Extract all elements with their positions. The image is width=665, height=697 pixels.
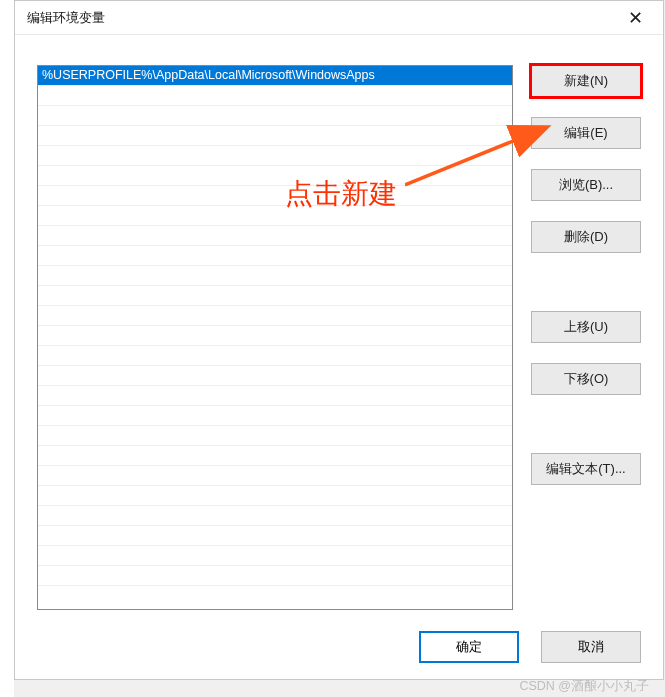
dialog-content: %USERPROFILE%\AppData\Local\Microsoft\Wi… — [15, 35, 663, 679]
main-area: %USERPROFILE%\AppData\Local\Microsoft\Wi… — [37, 65, 641, 610]
background-left-edge — [0, 0, 14, 697]
watermark: CSDN @酒酿小小丸子 — [519, 678, 649, 695]
move-up-button[interactable]: 上移(U) — [531, 311, 641, 343]
list-item-empty[interactable] — [38, 166, 512, 186]
list-item-empty[interactable] — [38, 526, 512, 546]
list-item-empty[interactable] — [38, 486, 512, 506]
list-item-empty[interactable] — [38, 566, 512, 586]
cancel-button[interactable]: 取消 — [541, 631, 641, 663]
new-button[interactable]: 新建(N) — [531, 65, 641, 97]
list-item-empty[interactable] — [38, 286, 512, 306]
list-item-empty[interactable] — [38, 106, 512, 126]
list-item-empty[interactable] — [38, 446, 512, 466]
titlebar: 编辑环境变量 ✕ — [15, 1, 663, 35]
list-item-empty[interactable] — [38, 546, 512, 566]
list-item-empty[interactable] — [38, 146, 512, 166]
list-item-empty[interactable] — [38, 306, 512, 326]
close-button[interactable]: ✕ — [615, 4, 655, 32]
list-item-empty[interactable] — [38, 506, 512, 526]
list-item-empty[interactable] — [38, 406, 512, 426]
window-title: 编辑环境变量 — [27, 9, 615, 27]
list-item-empty[interactable] — [38, 266, 512, 286]
list-item-empty[interactable] — [38, 366, 512, 386]
list-item-empty[interactable] — [38, 126, 512, 146]
edit-text-button[interactable]: 编辑文本(T)... — [531, 453, 641, 485]
list-item-empty[interactable] — [38, 346, 512, 366]
button-column: 新建(N) 编辑(E) 浏览(B)... 删除(D) 上移(U) 下移(O) 编… — [531, 65, 641, 610]
move-down-button[interactable]: 下移(O) — [531, 363, 641, 395]
list-item-empty[interactable] — [38, 246, 512, 266]
edit-button[interactable]: 编辑(E) — [531, 117, 641, 149]
close-icon: ✕ — [628, 7, 643, 29]
list-item-empty[interactable] — [38, 86, 512, 106]
list-item-empty[interactable] — [38, 186, 512, 206]
list-item-empty[interactable] — [38, 206, 512, 226]
list-item-empty[interactable] — [38, 386, 512, 406]
browse-button[interactable]: 浏览(B)... — [531, 169, 641, 201]
ok-button[interactable]: 确定 — [419, 631, 519, 663]
list-item-empty[interactable] — [38, 326, 512, 346]
delete-button[interactable]: 删除(D) — [531, 221, 641, 253]
list-item-empty[interactable] — [38, 426, 512, 446]
list-item-empty[interactable] — [38, 226, 512, 246]
env-var-dialog: 编辑环境变量 ✕ %USERPROFILE%\AppData\Local\Mic… — [14, 0, 664, 680]
list-item-empty[interactable] — [38, 466, 512, 486]
dialog-buttons: 确定 取消 — [419, 631, 641, 663]
list-item[interactable]: %USERPROFILE%\AppData\Local\Microsoft\Wi… — [38, 66, 512, 86]
path-listbox[interactable]: %USERPROFILE%\AppData\Local\Microsoft\Wi… — [37, 65, 513, 610]
